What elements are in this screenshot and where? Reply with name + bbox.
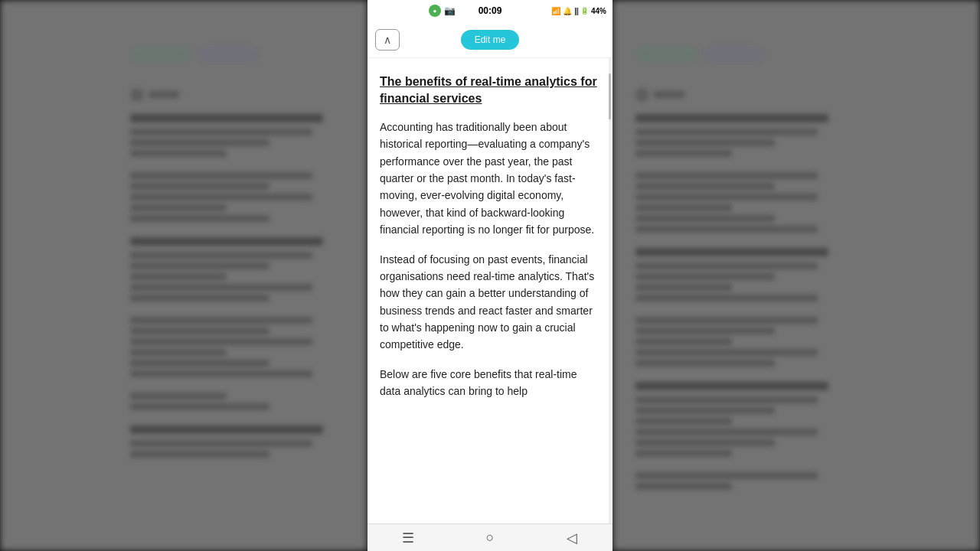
left-text-block-2 (130, 172, 345, 222)
wifi-icon: 📶 (551, 7, 560, 15)
bell-icon: 🔔 (563, 7, 572, 15)
right-text-block-2 (635, 172, 850, 233)
right-chip-1 (635, 46, 697, 63)
active-tab[interactable]: Edit me (461, 30, 520, 50)
green-indicator: ● (429, 5, 441, 17)
left-text-block-1 (130, 114, 345, 157)
article-paragraph-2: Instead of focusing on past events, fina… (380, 251, 600, 354)
article-paragraph-3: Below are five core benefits that real-t… (380, 366, 600, 400)
left-chip-2 (198, 46, 259, 63)
menu-button[interactable]: ☰ (368, 524, 449, 551)
status-icons: 📶 🔔 ||| 🔋 44% (551, 7, 606, 15)
article-paragraph-1: Accounting has traditionally been about … (380, 119, 600, 239)
left-text-block-4 (130, 317, 345, 377)
right-text-block-1 (635, 114, 850, 157)
scroll-thumb (609, 73, 611, 119)
top-navigation: Edit me (368, 21, 612, 58)
left-text-block-5 (130, 393, 345, 410)
battery-percent: 44% (591, 7, 606, 15)
scroll-indicator (609, 58, 611, 523)
right-text-block-6 (635, 472, 850, 490)
home-button[interactable]: ○ (449, 524, 531, 551)
battery-icon: 🔋 (580, 7, 589, 15)
left-text-block-6 (130, 425, 345, 458)
status-bar: 00:09 ● 📷 📶 🔔 ||| 🔋 44% (368, 0, 612, 21)
right-text-block-5 (635, 382, 850, 457)
bottom-navigation: ☰ ○ ◁ (368, 523, 612, 551)
right-text-block-3 (635, 248, 850, 302)
article-body: Accounting has traditionally been about … (380, 119, 600, 400)
left-text-block-3 (130, 237, 345, 302)
left-chip-1 (130, 46, 191, 63)
left-panel-content (122, 0, 352, 551)
status-left-icons: ● 📷 (429, 5, 456, 17)
article-container[interactable]: The benefits of real-time analytics for … (368, 58, 612, 523)
back-button[interactable]: ◁ (531, 524, 612, 551)
video-icon: 📷 (444, 5, 456, 16)
phone-container: 00:09 ● 📷 📶 🔔 ||| 🔋 44% Edit me The bene… (368, 0, 612, 551)
article-title: The benefits of real-time analytics for … (380, 73, 600, 108)
right-panel-content (628, 0, 858, 551)
right-chip-2 (703, 46, 764, 63)
signal-icon: ||| (574, 7, 578, 15)
collapse-button[interactable] (375, 29, 400, 51)
right-text-block-4 (635, 317, 850, 367)
status-time: 00:09 (479, 5, 502, 16)
